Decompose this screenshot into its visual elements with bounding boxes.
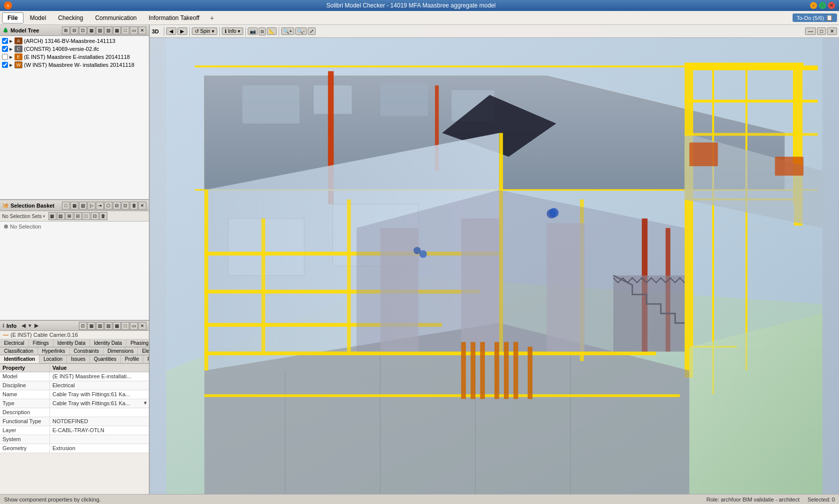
tab-constraints[interactable]: Constraints xyxy=(70,347,104,355)
tab-dimensions[interactable]: Dimensions xyxy=(103,347,138,355)
tab-profile[interactable]: Profile xyxy=(121,355,143,363)
info-btn[interactable]: ℹ Info ▾ xyxy=(222,27,243,35)
vp-btn-measure[interactable]: 📐 xyxy=(267,27,277,35)
close-button[interactable]: ✕ xyxy=(828,2,835,9)
basket-btn-5[interactable]: ⇥ xyxy=(96,202,104,210)
tree-toolbar-btn-5[interactable]: ▧ xyxy=(96,26,104,34)
info-btn-4[interactable]: ▨ xyxy=(104,322,112,330)
add-tab-button[interactable]: + xyxy=(206,12,218,23)
vp-btn-min[interactable]: — xyxy=(805,27,816,35)
no-selection-label: No Selection xyxy=(10,224,41,230)
basket-btn-1[interactable]: □ xyxy=(62,202,70,210)
tree-toolbar-btn-8[interactable]: □ xyxy=(121,26,129,34)
vp-btn-max[interactable]: □ xyxy=(817,27,826,35)
no-selection-sets[interactable]: No Selection Sets ▾ xyxy=(2,214,45,219)
tab-fittings[interactable]: Fittings xyxy=(29,339,53,347)
tab-electrical[interactable]: Electrical xyxy=(0,339,29,347)
tree-toolbar-btn-close[interactable]: ✕ xyxy=(138,26,146,34)
basket-set-btn-4[interactable]: ⊟ xyxy=(74,212,82,220)
prop-key-discipline: Discipline xyxy=(0,381,50,390)
viewport[interactable]: 3D ◀ ▶ ↺ Spin ▾ ℹ Info ▾ 📷 ⧈ 📐 🔍+ 🔍- ⤢ —… xyxy=(150,25,839,494)
basket-set-btn-1[interactable]: ▦ xyxy=(48,212,56,220)
tree-toolbar-btn-7[interactable]: ▩ xyxy=(113,26,121,34)
info-btn-close[interactable]: ✕ xyxy=(138,322,146,330)
svg-rect-46 xyxy=(504,342,509,399)
vp-btn-snap[interactable]: 📷 xyxy=(248,27,258,35)
tree-item-2[interactable]: ▶ E (E INST) Maasbree E-installaties 201… xyxy=(1,53,148,61)
nav-fwd-btn[interactable]: ▶ xyxy=(177,27,187,35)
nav-menu-btn[interactable]: ▾ xyxy=(27,322,32,329)
basket-btn-9[interactable]: 🗑 xyxy=(130,202,138,210)
tab-quantities[interactable]: Quantities xyxy=(90,355,121,363)
basket-btn-3[interactable]: ▧ xyxy=(79,202,87,210)
basket-set-btn-5[interactable]: □ xyxy=(82,212,90,220)
info-btn-3[interactable]: ▧ xyxy=(96,322,104,330)
tree-check-0[interactable] xyxy=(2,38,8,44)
tree-item-3[interactable]: ▶ W (W INST) Maasbree W- installaties 20… xyxy=(1,61,148,69)
tab-identity-data-2[interactable]: Identity Data xyxy=(90,339,126,347)
menu-checking[interactable]: Checking xyxy=(52,12,88,23)
svg-rect-3 xyxy=(242,85,299,123)
tree-check-2[interactable] xyxy=(2,54,8,60)
basket-set-btn-3[interactable]: ⊞ xyxy=(65,212,73,220)
svg-rect-42 xyxy=(461,342,466,399)
info-btn-5[interactable]: ▩ xyxy=(113,322,121,330)
basket-set-btn-7[interactable]: 🗑 xyxy=(99,212,107,220)
tab-hyperlinks[interactable]: Hyperlinks xyxy=(38,347,70,355)
tree-item-1[interactable]: ▶ C (CONSTR) 14069-versie-02.ifc xyxy=(1,45,148,53)
basket-btn-6[interactable]: ⬡ xyxy=(104,202,112,210)
tab-issues[interactable]: Issues xyxy=(67,355,90,363)
tab-electrical2[interactable]: Electrical xyxy=(138,347,149,355)
menu-model[interactable]: Model xyxy=(24,12,52,23)
tab-relations[interactable]: Relations xyxy=(143,355,149,363)
menu-file[interactable]: File xyxy=(2,12,23,23)
tree-toolbar-btn-9[interactable]: ▭ xyxy=(130,26,138,34)
basket-btn-2[interactable]: ▦ xyxy=(70,202,78,210)
info-btn-2[interactable]: ▦ xyxy=(87,322,95,330)
vp-btn-close[interactable]: ✕ xyxy=(827,27,837,35)
info-btn-7[interactable]: ▭ xyxy=(130,322,138,330)
vp-btn-section[interactable]: ⧈ xyxy=(259,27,266,35)
basket-btn-4[interactable]: ▷ xyxy=(87,202,95,210)
tab-identity-data-1[interactable]: Identity Data xyxy=(53,339,90,347)
tab-location[interactable]: Location xyxy=(39,355,67,363)
menu-communication[interactable]: Communication xyxy=(89,12,142,23)
prop-key-model: Model xyxy=(0,372,50,381)
prop-val-functional-type: NOTDEFINED xyxy=(50,417,149,426)
tree-check-1[interactable] xyxy=(2,46,8,52)
tree-toolbar-btn-1[interactable]: ⊞ xyxy=(62,26,70,34)
basket-set-btn-6[interactable]: ⊡ xyxy=(91,212,99,220)
vp-btn-zoom-in[interactable]: 🔍+ xyxy=(281,27,294,35)
maximize-button[interactable]: □ xyxy=(819,2,826,9)
tree-toolbar-btn-6[interactable]: ▨ xyxy=(104,26,112,34)
basket-set-btn-2[interactable]: ▧ xyxy=(57,212,65,220)
vp-btn-fit[interactable]: ⤢ xyxy=(308,27,316,35)
tab-identification[interactable]: Identification xyxy=(0,355,39,363)
prop-scroll-btn[interactable]: ▼ xyxy=(142,399,149,408)
tab-phasing[interactable]: Phasing xyxy=(126,339,149,347)
basket-btn-close[interactable]: ✕ xyxy=(138,202,146,210)
viewport-label: 3D xyxy=(152,28,159,34)
basket-btn-7[interactable]: ⊟ xyxy=(113,202,121,210)
tree-toolbar-btn-2[interactable]: ⊟ xyxy=(70,26,78,34)
tab-classification[interactable]: Classification xyxy=(0,347,38,355)
tree-check-3[interactable] xyxy=(2,62,8,68)
3d-scene[interactable] xyxy=(150,38,839,494)
tree-toolbar-btn-3[interactable]: ⊡ xyxy=(79,26,87,34)
window-controls[interactable]: – □ ✕ xyxy=(810,2,835,9)
minimize-button[interactable]: – xyxy=(810,2,817,9)
nav-fwd-btn[interactable]: ▶ xyxy=(33,322,39,329)
nav-back-btn[interactable]: ◀ xyxy=(20,322,26,329)
vp-sep-2 xyxy=(189,27,190,36)
tree-toolbar-btn-4[interactable]: ▦ xyxy=(87,26,95,34)
menu-information-takeoff[interactable]: Information Takeoff xyxy=(143,12,205,23)
svg-rect-5 xyxy=(381,83,428,116)
nav-back-btn[interactable]: ◀ xyxy=(166,27,176,35)
todo-badge[interactable]: To-Do (5/6) 📋 xyxy=(793,13,837,22)
info-btn-6[interactable]: □ xyxy=(121,322,129,330)
info-btn-1[interactable]: ⊡ xyxy=(79,322,87,330)
basket-btn-8[interactable]: ⊡ xyxy=(121,202,129,210)
tree-item-0[interactable]: ▶ A (ARCH) 13146-BV-Maasbree-141113 xyxy=(1,37,148,45)
vp-btn-zoom-out[interactable]: 🔍- xyxy=(295,27,307,35)
spin-btn[interactable]: ↺ Spin ▾ xyxy=(192,27,217,35)
